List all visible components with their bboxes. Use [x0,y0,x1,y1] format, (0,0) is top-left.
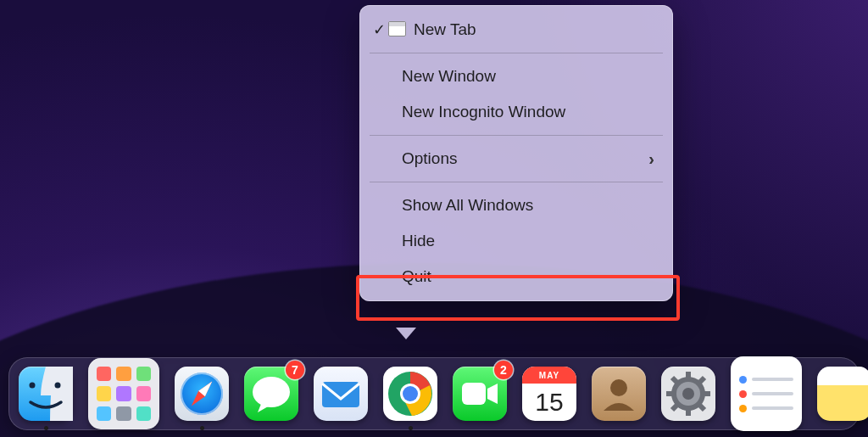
svg-point-10 [610,379,627,396]
svg-rect-5 [322,382,359,407]
finder-icon [19,367,73,421]
svg-point-13 [682,388,694,400]
notification-badge: 7 [286,361,304,379]
dock-app-notes[interactable] [817,367,868,421]
dock-app-contacts[interactable] [592,367,646,421]
menu-label: Options [402,149,457,168]
menu-label: New Incognito Window [402,103,565,121]
dock: 7 2 MAY 15 [8,357,860,430]
menu-item-show-all-windows[interactable]: Show All Windows [359,188,673,223]
calendar-day: 15 [522,384,576,421]
notification-badge: 2 [494,361,513,379]
dock-app-reminders[interactable] [731,356,802,431]
running-indicator [44,426,48,430]
chevron-right-icon: › [648,149,654,169]
menu-item-new-incognito-window[interactable]: New Incognito Window [359,94,673,130]
svg-point-0 [30,383,36,389]
svg-rect-9 [462,383,486,405]
menu-label: New Window [402,67,496,86]
desktop-wallpaper: ✓ New Tab New Window New Incognito Windo… [0,0,868,437]
menu-pointer-caret [396,328,416,339]
menu-item-quit[interactable]: Quit [359,259,673,294]
menu-separator [370,53,663,53]
svg-line-20 [699,378,704,383]
dock-app-mail[interactable] [314,367,368,421]
menu-item-options[interactable]: Options › [359,141,673,176]
svg-line-21 [672,405,677,410]
dock-app-calendar[interactable]: MAY 15 [522,367,576,421]
menu-item-new-window[interactable]: New Window [359,59,673,94]
dock-app-system-preferences[interactable] [661,367,715,421]
window-thumb-icon [388,21,406,36]
menu-item-new-tab[interactable]: ✓ New Tab [359,12,673,48]
menu-label: New Tab [414,20,476,39]
dock-app-facetime[interactable]: 2 [453,367,507,421]
menu-separator [370,182,663,182]
menu-label: Show All Windows [402,196,533,215]
menu-separator [370,135,663,136]
safari-icon [181,373,223,415]
dock-app-safari[interactable] [175,367,229,421]
gear-icon [661,367,715,421]
menu-label: Hide [402,232,435,250]
menu-item-hide[interactable]: Hide [359,223,673,259]
svg-point-1 [55,383,61,389]
check-icon: ✓ [373,20,386,39]
dock-app-launchpad[interactable] [88,358,159,429]
svg-line-19 [699,405,704,410]
running-indicator [200,426,204,430]
dock-app-messages[interactable]: 7 [244,367,298,421]
svg-point-4 [253,377,290,407]
calendar-month: MAY [522,367,576,384]
svg-line-18 [672,378,677,383]
running-indicator [409,426,413,430]
svg-point-8 [403,386,418,401]
mail-icon [314,367,368,421]
dock-context-menu: ✓ New Tab New Window New Incognito Windo… [359,5,673,301]
chrome-icon [383,367,437,421]
dock-app-chrome[interactable] [383,367,437,421]
menu-label: Quit [402,267,431,286]
dock-app-finder[interactable] [19,367,73,421]
contacts-icon [592,367,646,421]
